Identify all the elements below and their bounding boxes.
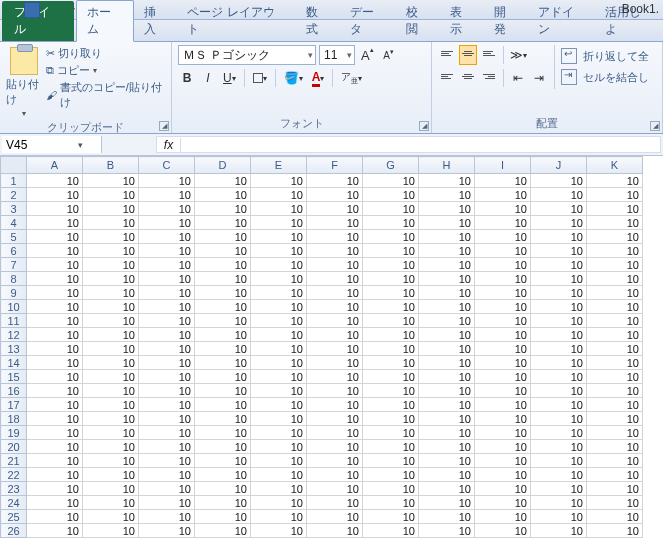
cell[interactable]: 10 [195,440,251,454]
cell[interactable]: 10 [419,244,475,258]
cell[interactable]: 10 [195,314,251,328]
cell[interactable]: 10 [587,328,643,342]
cell[interactable]: 10 [363,258,419,272]
cell[interactable]: 10 [307,244,363,258]
cell[interactable]: 10 [27,426,83,440]
row-header[interactable]: 4 [1,216,27,230]
cell[interactable]: 10 [587,384,643,398]
cell[interactable]: 10 [587,202,643,216]
cell[interactable]: 10 [531,202,587,216]
tab-8[interactable]: アドイン [528,1,596,41]
cell[interactable]: 10 [27,328,83,342]
cell[interactable]: 10 [27,510,83,524]
cell[interactable]: 10 [139,356,195,370]
cell[interactable]: 10 [307,524,363,538]
cell[interactable]: 10 [363,188,419,202]
col-header[interactable]: I [475,157,531,174]
merge-cells-button[interactable]: セルを結合し [561,68,649,86]
cell[interactable]: 10 [363,314,419,328]
cell[interactable]: 10 [195,202,251,216]
cell[interactable]: 10 [307,412,363,426]
cell[interactable]: 10 [419,314,475,328]
cell[interactable]: 10 [251,314,307,328]
cell[interactable]: 10 [27,300,83,314]
cell[interactable]: 10 [27,244,83,258]
cell[interactable]: 10 [139,258,195,272]
cell[interactable]: 10 [83,174,139,188]
cell[interactable]: 10 [475,202,531,216]
cell[interactable]: 10 [251,384,307,398]
alignment-dialog-launcher-icon[interactable]: ◢ [650,121,660,131]
cell[interactable]: 10 [363,300,419,314]
cell[interactable]: 10 [251,216,307,230]
cell[interactable]: 10 [27,314,83,328]
cell[interactable]: 10 [419,356,475,370]
row-header[interactable]: 13 [1,342,27,356]
cell[interactable]: 10 [27,230,83,244]
cell[interactable]: 10 [531,454,587,468]
cell[interactable]: 10 [587,412,643,426]
cell[interactable]: 10 [139,272,195,286]
cell[interactable]: 10 [419,258,475,272]
col-header[interactable]: E [251,157,307,174]
cell[interactable]: 10 [27,188,83,202]
cell[interactable]: 10 [587,174,643,188]
font-dialog-launcher-icon[interactable]: ◢ [419,121,429,131]
cell[interactable]: 10 [531,496,587,510]
cell[interactable]: 10 [139,468,195,482]
cell[interactable]: 10 [531,426,587,440]
cell[interactable]: 10 [419,202,475,216]
cell[interactable]: 10 [251,370,307,384]
font-size-combo[interactable]: 11 [319,45,355,65]
cell[interactable]: 10 [419,496,475,510]
col-header[interactable]: G [363,157,419,174]
cell[interactable]: 10 [363,328,419,342]
cell[interactable]: 10 [27,398,83,412]
cell[interactable]: 10 [251,272,307,286]
cell[interactable]: 10 [587,258,643,272]
cell[interactable]: 10 [195,384,251,398]
cell[interactable]: 10 [251,482,307,496]
col-header[interactable]: H [419,157,475,174]
cell[interactable]: 10 [419,524,475,538]
cell[interactable]: 10 [139,398,195,412]
cell[interactable]: 10 [27,496,83,510]
cell[interactable]: 10 [419,272,475,286]
cell[interactable]: 10 [307,202,363,216]
cell[interactable]: 10 [139,510,195,524]
copy-button[interactable]: コピー▾ [46,62,165,79]
clipboard-dialog-launcher-icon[interactable]: ◢ [159,121,169,131]
cell[interactable]: 10 [251,510,307,524]
row-header[interactable]: 26 [1,524,27,538]
row-header[interactable]: 16 [1,384,27,398]
cell[interactable]: 10 [195,356,251,370]
align-middle-button[interactable] [459,45,477,65]
cell[interactable]: 10 [531,272,587,286]
cell[interactable]: 10 [83,384,139,398]
cell[interactable]: 10 [531,412,587,426]
tab-4[interactable]: データ [340,1,396,41]
cell[interactable]: 10 [419,230,475,244]
cell[interactable]: 10 [587,244,643,258]
row-header[interactable]: 8 [1,272,27,286]
row-header[interactable]: 6 [1,244,27,258]
cell[interactable]: 10 [419,412,475,426]
cell[interactable]: 10 [27,384,83,398]
cell[interactable]: 10 [195,398,251,412]
name-box-input[interactable] [2,138,72,152]
cell[interactable]: 10 [363,342,419,356]
cell[interactable]: 10 [531,524,587,538]
cell[interactable]: 10 [83,258,139,272]
cell[interactable]: 10 [307,356,363,370]
tab-2[interactable]: ページ レイアウト [177,1,296,41]
cell[interactable]: 10 [195,412,251,426]
row-header[interactable]: 17 [1,398,27,412]
cell[interactable]: 10 [587,356,643,370]
cell[interactable]: 10 [475,188,531,202]
cell[interactable]: 10 [419,370,475,384]
cell[interactable]: 10 [83,412,139,426]
increase-indent-button[interactable]: ⇥ [530,68,548,88]
cell[interactable]: 10 [83,524,139,538]
cell[interactable]: 10 [419,174,475,188]
cut-button[interactable]: 切り取り [46,45,165,62]
